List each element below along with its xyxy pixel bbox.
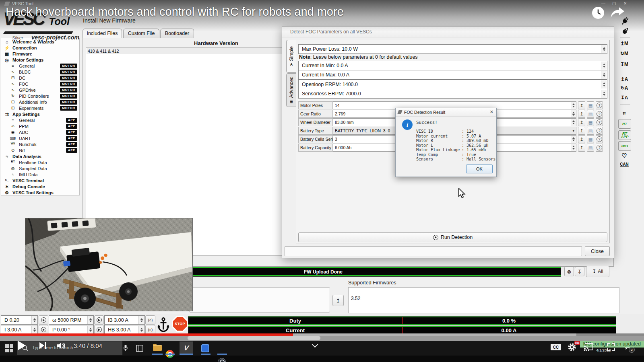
modal-titlebar[interactable]: FOC Detection Result ✕ [396, 108, 496, 117]
sidebar-item-motor-general[interactable]: ≡GeneralMOTOR [1, 64, 79, 70]
sidebar-item-app-settings[interactable]: ⇉App Settings [1, 112, 79, 118]
spinner[interactable] [601, 45, 607, 53]
max-power-loss-field[interactable]: Max Power Loss: 10.0 W [298, 44, 607, 54]
current-setpoint-field[interactable]: I 3.00 A [1, 325, 38, 334]
sidebar-item-imu-data[interactable]: ≈IMU Data [1, 172, 79, 178]
can-devices-icon[interactable]: ⌗ [618, 109, 630, 118]
spinner[interactable] [601, 62, 607, 70]
upload-firmware-button[interactable]: ↥ [332, 295, 344, 306]
stop-button[interactable]: STOP [172, 316, 188, 332]
run-rpm-button[interactable] [94, 315, 104, 325]
spinner[interactable] [87, 316, 93, 324]
help-button[interactable]: ? [596, 127, 603, 135]
watch-later-icon[interactable] [592, 6, 605, 19]
spinner[interactable] [138, 326, 144, 333]
read-motor-config-default-button[interactable]: ↧M [618, 60, 630, 69]
restore-button[interactable]: ▢ [612, 1, 616, 6]
sidebar-item-foc[interactable]: ∿FOCMOTOR [1, 82, 79, 88]
brake-current-field[interactable]: IB 3.00 A [104, 315, 145, 325]
task-view-icon[interactable] [136, 345, 143, 352]
run-position-button[interactable] [94, 325, 104, 334]
ok-button[interactable]: OK [466, 165, 493, 173]
restore-param-button[interactable]: ▤ [587, 101, 594, 109]
help-button[interactable]: ? [596, 135, 603, 143]
duty-setpoint-field[interactable]: D 0.20 [1, 315, 38, 325]
list-item[interactable]: 3.52 [351, 296, 360, 301]
share-icon[interactable] [609, 6, 625, 19]
anchor-icon[interactable] [156, 317, 171, 333]
restore-param-button[interactable]: ▤ [587, 135, 594, 143]
write-param-button[interactable]: ↥ [578, 118, 585, 126]
sidebar-item-dc[interactable]: ⊟DCMOTOR [1, 76, 79, 82]
tab-bootloader[interactable]: Bootloader [160, 29, 194, 38]
dialog-close-button[interactable]: Close [585, 246, 610, 256]
fullscreen-icon[interactable] [607, 343, 615, 351]
read-motor-config-button[interactable]: ↻M [618, 49, 630, 58]
write-param-button[interactable]: ↥ [578, 135, 585, 143]
read-app-config-default-button[interactable]: ↧A [618, 93, 630, 103]
realtime-data-button[interactable]: RT [618, 119, 631, 129]
position-setpoint-field[interactable]: P 0.00 ° [49, 325, 94, 334]
realtime-app-data-button[interactable]: RT APP [618, 130, 631, 140]
spinner[interactable] [571, 144, 576, 152]
sidebar-item-debug-console[interactable]: ✶Debug Console [1, 184, 79, 190]
can-forward-button[interactable]: CAN [618, 159, 630, 169]
sidebar-item-firmware[interactable]: ▦Firmware [1, 51, 79, 58]
spinner[interactable] [138, 316, 144, 324]
spinner[interactable] [571, 110, 576, 118]
sensorless-erpm-field[interactable]: Sensorless ERPM: 7000.0 [298, 89, 607, 99]
video-progress-played[interactable] [0, 333, 293, 336]
sidebar-item-realtime-data[interactable]: RTRealtime Data [1, 160, 79, 166]
write-param-button[interactable]: ↥ [578, 127, 585, 135]
restore-param-button[interactable]: ▤ [587, 144, 594, 152]
imu-data-button[interactable]: IMU [618, 141, 631, 151]
video-title[interactable]: Hack hoverboard motors and control with … [6, 5, 344, 19]
help-button[interactable]: ? [596, 101, 603, 109]
supported-firmwares-list[interactable]: 3.52 [348, 287, 619, 313]
write-app-config-button[interactable]: ↥A [618, 74, 630, 84]
openloop-erpm-field[interactable]: Openloop ERPM: 1400.0 [298, 80, 607, 89]
volume-icon[interactable] [56, 342, 67, 350]
minimize-button[interactable]: — [601, 1, 605, 6]
cancel-upload-button[interactable]: ⊗ [564, 267, 574, 276]
handbrake-current-field[interactable]: HB 3.00 A [104, 325, 145, 334]
sidebar-item-sampled-data[interactable]: ◍Sampled Data [1, 166, 79, 172]
play-button[interactable] [18, 341, 26, 350]
download-button[interactable]: ↧ [575, 267, 584, 276]
sidebar-item-pid-controllers[interactable]: ↻PID ControllersMOTOR [1, 94, 79, 100]
handbrake-button[interactable]: (○) [145, 325, 155, 334]
write-param-button[interactable]: ↥ [578, 110, 585, 118]
sidebar-item-data-analysis[interactable]: ≈Data Analysis [1, 154, 79, 160]
run-current-button[interactable] [39, 325, 48, 334]
write-param-button[interactable]: ↥ [578, 144, 585, 152]
restore-param-button[interactable]: ▤ [587, 110, 594, 118]
run-detection-button[interactable]: Run Detection [298, 232, 607, 242]
sidebar-item-additional-info[interactable]: ⊡Additional InfoMOTOR [1, 100, 79, 106]
brake-button[interactable]: (○) [145, 315, 155, 325]
spinner[interactable] [31, 316, 37, 324]
spinner[interactable] [571, 101, 576, 109]
download-all-button[interactable]: ↧All [586, 266, 609, 277]
spinner[interactable] [571, 135, 576, 143]
sidebar-item-gpdrive[interactable]: ∿GPDriveMOTOR [1, 88, 79, 94]
sidebar-item-uart[interactable]: ⌨UARTAPP [1, 136, 79, 142]
sidebar-item-app-general[interactable]: ≡GeneralAPP [1, 118, 79, 124]
sidebar-item-motor-settings[interactable]: ◎Motor Settings [1, 58, 79, 64]
write-motor-config-button[interactable]: ↥M [618, 39, 630, 48]
close-button[interactable]: ✕ [623, 1, 627, 6]
mic-icon[interactable] [123, 344, 128, 352]
current-in-max-field[interactable]: Current In Max: 0.0 A [298, 70, 607, 80]
horizontal-scrollbar[interactable] [188, 336, 320, 340]
start-button[interactable] [5, 344, 13, 352]
close-icon[interactable]: ✕ [490, 109, 493, 115]
sidebar-item-connection[interactable]: ⚡Connection [1, 45, 79, 51]
spinner[interactable] [571, 118, 576, 126]
run-duty-button[interactable] [39, 315, 48, 325]
disconnect-icon[interactable] [621, 27, 629, 36]
captions-button[interactable]: CC [551, 344, 561, 350]
app-icon-blue[interactable] [201, 344, 209, 352]
dialog-titlebar[interactable]: Detect FOC Parameters on all VESCs [282, 27, 614, 37]
help-button[interactable]: ? [596, 144, 603, 152]
tab-simple[interactable]: Simple A [286, 40, 296, 73]
help-button[interactable]: ? [596, 118, 603, 126]
